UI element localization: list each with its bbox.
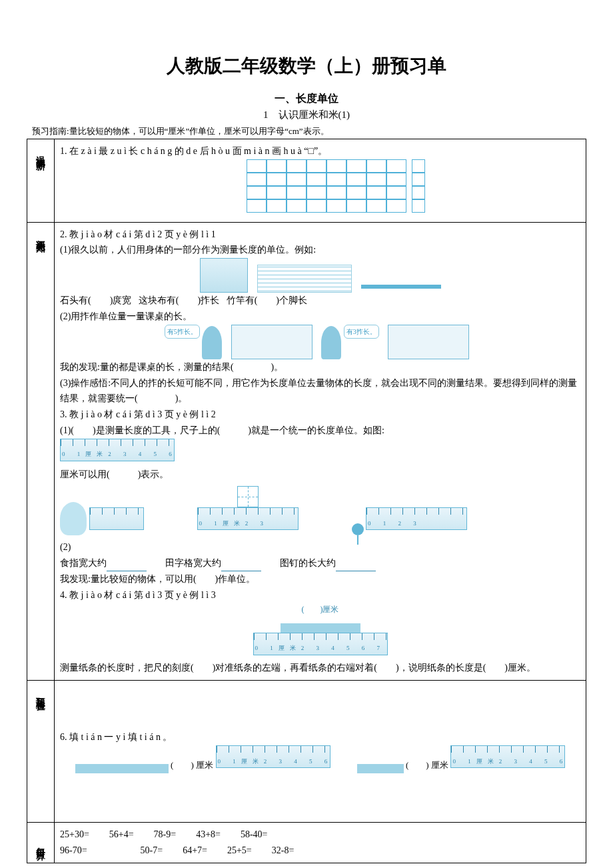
q3-2-row: (2) 食指宽大约 田字格宽大约 图钉的长大约: [60, 539, 580, 571]
mental-line-2: 96-70= 50-7= 64+7= 25+5= 32-8=: [60, 843, 580, 859]
child-icon: [202, 326, 222, 359]
section-title: 一、长度单位: [27, 92, 586, 106]
tian-grid-icon: [237, 486, 259, 507]
answer-box-4[interactable]: [412, 199, 425, 213]
answer-box-1[interactable]: [412, 159, 425, 173]
q2-1-intro: (1)很久以前，人们用身体的一部分作为测量长度的单位。例如:: [60, 242, 580, 258]
main-title: 人教版二年级数学（上）册预习单: [27, 53, 586, 79]
worksheet-page: 人教版二年级数学（上）册预习单 一、长度单位 1 认识厘米和米(1) 预习指南:…: [0, 0, 613, 868]
q2-1-answers: 石头有( )庹宽 这块布有( )拃长 竹竿有( )个脚长: [60, 293, 580, 309]
q4-figure: ( )厘米 0 1厘米2 3 4 5 6 7 8: [60, 603, 580, 660]
section-label-review: 温故知新: [27, 139, 55, 223]
calc-1b: 56+4=: [109, 827, 134, 843]
q6-ruler-1: 0 1厘米2 3 4 5 6 7 8: [216, 745, 330, 768]
section-label-check: 预习检验: [27, 681, 55, 823]
finger-ruler: [89, 507, 144, 530]
strip-1: [75, 764, 169, 773]
calc-2c: 64+7=: [183, 843, 207, 859]
calc-2a: 96-70=: [60, 843, 87, 859]
ruler-figure-1: 0 1厘米2 3 4 5 6 7 8: [60, 439, 175, 461]
blank-tian[interactable]: [221, 561, 261, 571]
tian-ruler: 0 1厘米2 3: [197, 507, 299, 530]
q3-1-cm: 厘米可以用( )表示。: [60, 467, 580, 483]
q6-figures: ( ) 厘米 0 1厘米2 3 4 5 6 7 8 ( ) 厘米 0 1厘米2 …: [60, 745, 580, 773]
q3-2-finding: 我发现:量比较短的物体，可以用( )作单位。: [60, 571, 580, 587]
review-content: 1. 在 z à i 最 z u ì 长 c h á n g 的 d e 后 h…: [55, 139, 586, 223]
calc-1e: 58-40=: [241, 827, 268, 843]
desk-icon-2: [388, 325, 469, 359]
paper-strip-icon: [281, 623, 360, 633]
preview-guide: 预习指南:量比较短的物体，可以用“厘米”作单位，厘米可以用字母“cm”表示。: [27, 125, 586, 137]
section-label-mental: 每日口算: [27, 823, 55, 863]
adult-icon: [321, 326, 341, 359]
new-lesson-content: 2. 教 j i à o 材 c á i 第 d ì 2 页 y è 例 l ì…: [55, 222, 586, 681]
q6-ruler-2: 0 1厘米2 3 4 5 6 7 8: [450, 745, 565, 768]
q6-title: 6. 填 t i á n 一 y i 填 t i á n 。: [60, 729, 580, 745]
lesson-title: 1 认识厘米和米(1): [27, 109, 586, 121]
desk-icon-1: [231, 325, 312, 359]
q2-title: 2. 教 j i à o 材 c á i 第 d ì 2 页 y è 例 l ì…: [60, 227, 580, 243]
q1-text: 1. 在 z à i 最 z u ì 长 c h á n g 的 d e 后 h…: [60, 143, 580, 159]
strip-2: [357, 764, 404, 773]
body-units-figure: [60, 258, 580, 293]
q4-title: 4. 教 j i à o 材 c á i 第 d ì 3 页 y è 例 l ì…: [60, 587, 580, 603]
blank-pin[interactable]: [336, 561, 376, 571]
speech-bubble-1: 有5拃长。: [165, 325, 200, 339]
calc-2d: 25+5=: [227, 843, 252, 859]
desk-measure-figure: 有5拃长。 有3拃长。: [60, 325, 580, 359]
mental-math-content: 25+30= 56+4= 78-9= 43+8= 58-40= 96-70= 5…: [55, 823, 586, 863]
calc-2e: 32-8=: [272, 843, 295, 859]
q3-2-figures: 0 1厘米2 3 0 1 2 3: [60, 486, 580, 535]
worksheet-table: 温故知新 1. 在 z à i 最 z u ì 长 c h á n g 的 d …: [27, 139, 586, 863]
answer-box-3[interactable]: [412, 186, 425, 199]
section-label-new: 新课先知: [27, 222, 55, 681]
calc-1c: 78-9=: [154, 827, 177, 843]
q4-ruler: 0 1厘米2 3 4 5 6 7 8: [253, 633, 388, 655]
blank-finger[interactable]: [107, 561, 147, 571]
thumbtack-icon: [352, 523, 364, 535]
q4-text: 测量纸条的长度时，把尺的刻度( )对准纸条的左端，再看纸条的右端对着( )，说明…: [60, 660, 580, 676]
calc-2b: 50-7=: [141, 843, 163, 859]
q2-2-title: (2)用拃作单位量一量课桌的长。: [60, 309, 580, 325]
answer-box-2[interactable]: [412, 173, 425, 186]
q6-cm1-label: ( ) 厘米: [171, 760, 213, 770]
tack-ruler: 0 1 2 3: [366, 507, 467, 530]
finger-icon: [60, 502, 87, 535]
speech-bubble-2: 有3拃长。: [344, 325, 379, 339]
mental-line-1: 25+30= 56+4= 78-9= 43+8= 58-40=: [60, 827, 580, 843]
stone-icon: [200, 258, 248, 293]
fabric-icon: [257, 265, 352, 293]
q2-2-finding: 我的发现:量的都是课桌的长，测量的结果( )。: [60, 359, 580, 375]
q6-cm2-label: ( ) 厘米: [406, 760, 448, 770]
calc-1a: 25+30=: [60, 827, 89, 843]
q2-3-text: (3)操作感悟:不同人的拃的长短可能不同，用它作为长度单位去量物体的长度，就会出…: [60, 375, 580, 407]
q3-1-text: (1)( )是测量长度的工具，尺子上的( )就是一个统一的长度单位。如图:: [60, 423, 580, 439]
q3-title: 3. 教 j i à o 材 c á i 第 d ì 3 页 y è 例 l ì…: [60, 407, 580, 423]
calc-1d: 43+8=: [196, 827, 221, 843]
check-content: 6. 填 t i á n 一 y i 填 t i á n 。 ( ) 厘米 0 …: [55, 681, 586, 823]
q4-cm-label: ( )厘米: [60, 603, 580, 616]
fish-comparison-figure: [247, 159, 425, 213]
bamboo-icon: [361, 285, 441, 289]
